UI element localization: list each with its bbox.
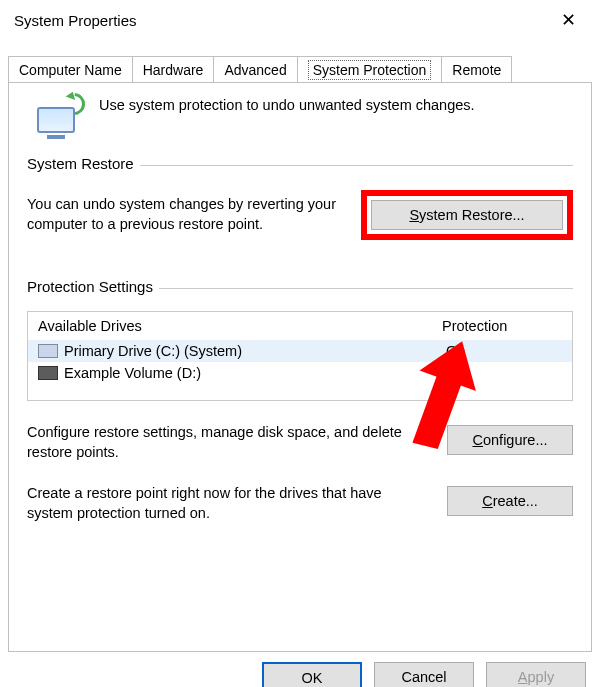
intro-text: Use system protection to undo unwanted s… xyxy=(99,97,475,113)
create-button[interactable]: Create... xyxy=(447,486,573,516)
col-protection: Protection xyxy=(442,318,562,334)
drives-table-header: Available Drives Protection xyxy=(28,312,572,340)
tab-remote[interactable]: Remote xyxy=(441,56,512,82)
close-button[interactable]: ✕ xyxy=(548,0,588,40)
drive-protection: On xyxy=(446,343,566,359)
window-title: System Properties xyxy=(14,12,137,29)
tab-system-protection[interactable]: System Protection xyxy=(297,56,443,83)
drive-name: Primary Drive (C:) (System) xyxy=(64,343,446,359)
tab-computer-name[interactable]: Computer Name xyxy=(8,56,133,82)
annotation-highlight: System Restore... xyxy=(361,190,573,240)
dialog-button-bar: OK Cancel Apply xyxy=(0,652,600,687)
drives-table: Available Drives Protection Primary Driv… xyxy=(27,311,573,401)
table-row[interactable]: Primary Drive (C:) (System) On xyxy=(28,340,572,362)
system-protection-icon xyxy=(37,97,83,139)
ok-button[interactable]: OK xyxy=(262,662,362,687)
table-row[interactable]: Example Volume (D:) Off xyxy=(28,362,572,384)
col-available-drives: Available Drives xyxy=(38,318,442,334)
system-restore-group: System Restore You can undo system chang… xyxy=(27,165,573,240)
system-restore-description: You can undo system changes by reverting… xyxy=(27,195,349,234)
system-restore-legend: System Restore xyxy=(27,155,140,172)
drive-name: Example Volume (D:) xyxy=(64,365,446,381)
configure-button[interactable]: Configure... xyxy=(447,425,573,455)
tab-hardware[interactable]: Hardware xyxy=(132,56,215,82)
tab-strip: Computer Name Hardware Advanced System P… xyxy=(0,52,600,82)
drive-icon xyxy=(38,344,58,358)
tab-advanced[interactable]: Advanced xyxy=(213,56,297,82)
cancel-button[interactable]: Cancel xyxy=(374,662,474,687)
drive-protection: Off xyxy=(446,365,566,381)
system-restore-button[interactable]: System Restore... xyxy=(371,200,563,230)
configure-description: Configure restore settings, manage disk … xyxy=(27,423,431,462)
create-description: Create a restore point right now for the… xyxy=(27,484,431,523)
apply-button[interactable]: Apply xyxy=(486,662,586,687)
protection-settings-group: Protection Settings Available Drives Pro… xyxy=(27,288,573,523)
protection-settings-legend: Protection Settings xyxy=(27,278,159,295)
title-bar: System Properties ✕ xyxy=(0,0,600,40)
tab-panel: Use system protection to undo unwanted s… xyxy=(8,82,592,652)
intro-row: Use system protection to undo unwanted s… xyxy=(27,97,573,139)
drive-icon xyxy=(38,366,58,380)
